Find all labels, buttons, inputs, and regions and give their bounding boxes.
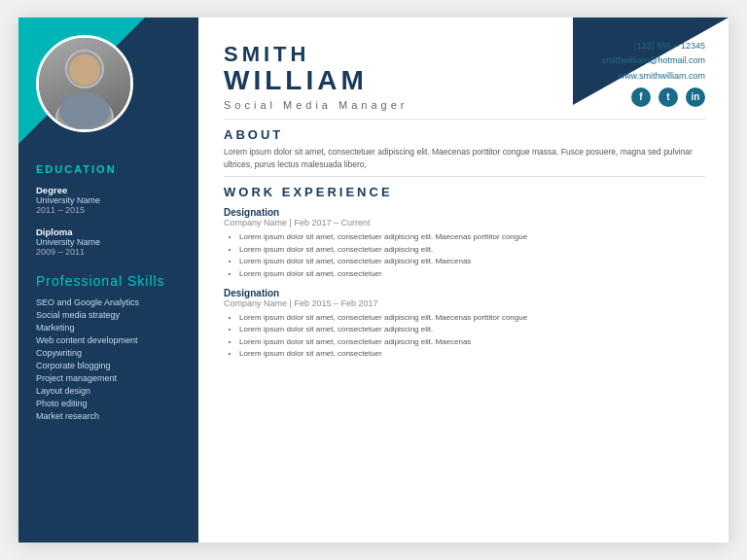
- skill-8: Photo editing: [36, 399, 185, 408]
- edu-years-1: 2011 – 2015: [36, 205, 185, 215]
- job-1-bullet-1: Lorem ipsum dolor sit amet, consectetuer…: [239, 244, 705, 256]
- skill-3: Web content development: [36, 335, 185, 345]
- job-2: Designation Company Name | Feb 2015 – Fe…: [224, 288, 705, 361]
- job-2-company-period: Company Name | Feb 2015 – Feb 2017: [224, 298, 705, 308]
- divider-2: [224, 176, 705, 177]
- job-2-bullet-0: Lorem ipsum dolor sit amet, consectetuer…: [239, 312, 705, 324]
- job-2-bullet-2: Lorem ipsum dolor sit amet, consectetuer…: [239, 336, 705, 348]
- contact-info: (123) 555 – 12345 smithwilliam@hotmail.c…: [602, 39, 705, 107]
- job-1-bullets: Lorem ipsum dolor sit amet, consectetuer…: [224, 231, 705, 280]
- skill-6: Project management: [36, 373, 185, 383]
- resume-container: EDUCATION Degree University Name 2011 – …: [18, 18, 729, 542]
- skill-7: Layout design: [36, 386, 185, 396]
- social-icons: f t in: [602, 88, 705, 107]
- avatar: [36, 35, 133, 132]
- linkedin-icon[interactable]: in: [686, 88, 705, 107]
- svg-point-5: [59, 92, 110, 129]
- job-1-designation: Designation: [224, 207, 705, 218]
- sidebar: EDUCATION Degree University Name 2011 – …: [18, 18, 198, 542]
- education-item-2: Diploma University Name 2009 – 2011: [36, 227, 185, 257]
- work-experience-section: WORK EXPERIENCE Designation Company Name…: [224, 185, 705, 360]
- edu-university-2: University Name: [36, 237, 185, 247]
- education-item-1: Degree University Name 2011 – 2015: [36, 185, 185, 215]
- job-2-company: Company Name: [224, 298, 287, 308]
- job-1-bullet-3: Lorem ipsum dolor sit amet, consectetuer: [239, 268, 705, 280]
- skill-1: Social media strategy: [36, 310, 185, 320]
- job-1-period: Feb 2017 – Current: [294, 218, 370, 228]
- skill-5: Corporate blogging: [36, 361, 185, 370]
- job-2-bullet-1: Lorem ipsum dolor sit amet, consectetuer…: [239, 324, 705, 335]
- skills-list: SEO and Google Analytics Social media st…: [36, 298, 185, 421]
- divider-1: [224, 119, 705, 120]
- skill-4: Copywriting: [36, 348, 185, 358]
- twitter-icon[interactable]: t: [658, 88, 678, 107]
- job-1-bullet-2: Lorem ipsum dolor sit amet, consectetuer…: [239, 256, 705, 267]
- skill-2: Marketing: [36, 323, 185, 332]
- about-section: ABOUT Lorem ipsum dolor sit amet, consec…: [224, 127, 705, 171]
- email: smithwilliam@hotmail.com: [602, 53, 705, 68]
- skill-0: SEO and Google Analytics: [36, 298, 185, 307]
- job-2-bullets: Lorem ipsum dolor sit amet, consectetuer…: [224, 312, 705, 361]
- job-2-designation: Designation: [224, 288, 705, 298]
- edu-years-2: 2009 – 2011: [36, 247, 185, 257]
- avatar-image: [39, 38, 130, 129]
- edu-degree-1: Degree: [36, 185, 185, 195]
- facebook-icon[interactable]: f: [631, 88, 651, 107]
- job-2-period: Feb 2015 – Feb 2017: [294, 298, 377, 308]
- education-section-title: EDUCATION: [36, 163, 185, 175]
- job-1-bullet-0: Lorem ipsum dolor sit amet, consectetuer…: [239, 231, 705, 243]
- edu-university-1: University Name: [36, 195, 185, 205]
- skill-9: Market research: [36, 411, 185, 421]
- job-1-company-period: Company Name | Feb 2017 – Current: [224, 218, 705, 228]
- skills-section-title: Professional Skills: [36, 272, 185, 290]
- job-1: Designation Company Name | Feb 2017 – Cu…: [224, 207, 705, 280]
- job-2-bullet-3: Lorem ipsum dolor sit amet, consectetuer: [239, 348, 705, 360]
- svg-point-4: [69, 54, 100, 86]
- phone: (123) 555 – 12345: [602, 39, 705, 53]
- job-1-company: Company Name: [224, 218, 287, 228]
- work-experience-title: WORK EXPERIENCE: [224, 185, 705, 199]
- edu-degree-2: Diploma: [36, 227, 185, 237]
- about-text: Lorem ipsum dolor sit amet, consectetuer…: [224, 146, 705, 171]
- main-content: (123) 555 – 12345 smithwilliam@hotmail.c…: [198, 18, 729, 542]
- about-title: ABOUT: [224, 127, 705, 142]
- website: www.smithwilliam.com: [602, 69, 705, 84]
